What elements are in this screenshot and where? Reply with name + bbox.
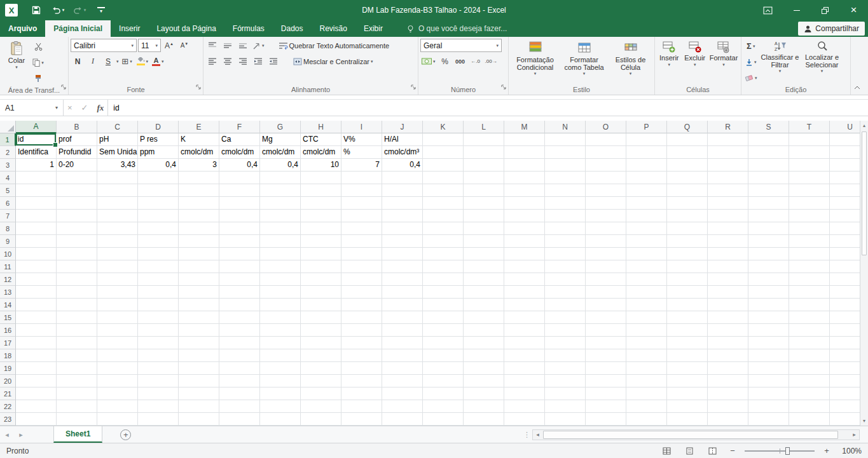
cell-R20[interactable] [708,375,748,387]
tab-arquivo[interactable]: Arquivo [0,20,45,37]
cell-G7[interactable] [260,210,301,222]
cell-C2[interactable]: Sem Unida [97,146,138,159]
cell-G15[interactable] [260,311,301,324]
cell-E22[interactable] [179,400,219,413]
cell-Q23[interactable] [667,413,708,426]
cell-E8[interactable] [179,222,219,235]
collapse-ribbon-button[interactable] [851,83,863,92]
cell-U6[interactable] [830,197,860,210]
enter-button[interactable]: ✓ [81,103,88,112]
cell-D8[interactable] [138,222,179,235]
cell-I19[interactable] [341,362,382,375]
cell-F12[interactable] [219,273,260,286]
cell-H18[interactable] [301,349,341,362]
cell-H9[interactable] [301,235,341,248]
cell-M2[interactable] [504,146,545,159]
cell-K1[interactable] [423,133,464,146]
normal-view-button[interactable] [658,445,675,457]
cell-J16[interactable] [382,324,423,337]
cell-E17[interactable] [179,337,219,349]
cell-P17[interactable] [626,337,667,349]
clipboard-dialog-launcher[interactable] [61,81,67,93]
cell-N10[interactable] [545,248,586,260]
cell-T17[interactable] [789,337,830,349]
cell-R19[interactable] [708,362,748,375]
cell-C11[interactable] [97,260,138,273]
cell-K6[interactable] [423,197,464,210]
cell-G5[interactable] [260,184,301,197]
cell-M22[interactable] [504,400,545,413]
align-middle-button[interactable] [221,39,235,52]
cell-P22[interactable] [626,400,667,413]
tell-me-box[interactable]: O que você deseja fazer... [406,20,507,37]
cell-M17[interactable] [504,337,545,349]
cell-F8[interactable] [219,222,260,235]
cell-M13[interactable] [504,286,545,299]
cell-L7[interactable] [464,210,504,222]
cell-P6[interactable] [626,197,667,210]
cell-P1[interactable] [626,133,667,146]
tab-revisao[interactable]: Revisão [312,20,355,37]
cell-R18[interactable] [708,349,748,362]
cell-I12[interactable] [341,273,382,286]
scroll-up-icon[interactable]: ▴ [860,121,868,130]
undo-menu-arrow-icon[interactable]: ▾ [62,8,65,13]
cell-G14[interactable] [260,299,301,311]
cell-J14[interactable] [382,299,423,311]
save-button[interactable] [27,2,46,18]
cell-O17[interactable] [586,337,626,349]
cell-U23[interactable] [830,413,860,426]
cell-S9[interactable] [748,235,789,248]
column-header-D[interactable]: D [138,121,179,133]
row-header-20[interactable]: 20 [0,375,16,387]
cell-U12[interactable] [830,273,860,286]
cell-G9[interactable] [260,235,301,248]
cell-Q2[interactable] [667,146,708,159]
cell-R2[interactable] [708,146,748,159]
cell-A4[interactable] [16,172,57,184]
cell-B1[interactable]: prof [57,133,97,146]
cell-R14[interactable] [708,299,748,311]
cell-K4[interactable] [423,172,464,184]
cell-A10[interactable] [16,248,57,260]
sheet-nav-left-button[interactable]: ◂ [0,426,14,443]
cell-I5[interactable] [341,184,382,197]
cell-A23[interactable] [16,413,57,426]
cell-S13[interactable] [748,286,789,299]
redo-button[interactable]: ▾ [70,2,89,18]
comma-style-button[interactable]: 000 [453,55,467,68]
cell-E19[interactable] [179,362,219,375]
cell-L11[interactable] [464,260,504,273]
cell-O8[interactable] [586,222,626,235]
cell-U19[interactable] [830,362,860,375]
cell-O18[interactable] [586,349,626,362]
cell-F6[interactable] [219,197,260,210]
cell-T16[interactable] [789,324,830,337]
cell-H5[interactable] [301,184,341,197]
cell-G23[interactable] [260,413,301,426]
cell-E3[interactable]: 3 [179,159,219,172]
cell-A1[interactable]: id [16,133,57,146]
cell-G2[interactable]: cmolc/dm [260,146,301,159]
cell-J21[interactable] [382,387,423,400]
cell-G3[interactable]: 0,4 [260,159,301,172]
cell-S22[interactable] [748,400,789,413]
cell-B12[interactable] [57,273,97,286]
cell-M14[interactable] [504,299,545,311]
cell-K9[interactable] [423,235,464,248]
cell-N11[interactable] [545,260,586,273]
cell-H11[interactable] [301,260,341,273]
cell-I11[interactable] [341,260,382,273]
cell-D12[interactable] [138,273,179,286]
cell-A18[interactable] [16,349,57,362]
restore-button[interactable] [811,0,839,20]
accounting-format-button[interactable]: ▾ [420,55,437,68]
cell-N22[interactable] [545,400,586,413]
cell-M3[interactable] [504,159,545,172]
cell-F17[interactable] [219,337,260,349]
cell-B4[interactable] [57,172,97,184]
cell-D5[interactable] [138,184,179,197]
cell-O14[interactable] [586,299,626,311]
cell-F23[interactable] [219,413,260,426]
cell-A12[interactable] [16,273,57,286]
